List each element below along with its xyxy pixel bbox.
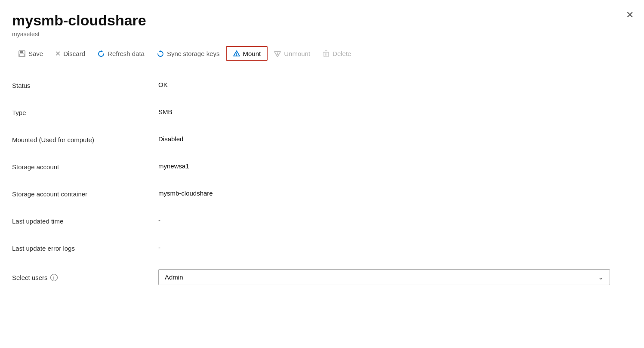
field-value-type: SMB — [158, 108, 173, 115]
select-users-dropdown[interactable]: Admin ⌄ — [158, 269, 610, 285]
delete-label: Delete — [333, 50, 351, 57]
main-panel: ✕ mysmb-cloudshare myasetest Save ✕ Disc… — [0, 0, 644, 348]
field-storage-account: Storage account mynewsa1 — [12, 153, 627, 180]
field-status: Status OK — [12, 71, 627, 99]
close-button[interactable]: ✕ — [626, 10, 634, 20]
field-mounted: Mounted (Used for compute) Disabled — [12, 126, 627, 153]
sync-button[interactable]: Sync storage keys — [151, 47, 226, 60]
refresh-button[interactable]: Refresh data — [91, 47, 151, 60]
select-users-label-container: Select users i — [12, 273, 158, 281]
save-button[interactable]: Save — [12, 47, 49, 60]
field-label-storage-account: Storage account — [12, 162, 158, 171]
unmount-button[interactable]: Unmount — [268, 47, 316, 60]
save-label: Save — [28, 50, 43, 57]
field-last-updated: Last updated time - — [12, 207, 627, 234]
field-type: Type SMB — [12, 99, 627, 126]
chevron-down-icon: ⌄ — [598, 273, 604, 281]
save-icon — [18, 49, 26, 58]
delete-icon — [322, 49, 330, 58]
field-error-logs: Last update error logs - — [12, 234, 627, 261]
discard-label: Discard — [63, 50, 85, 57]
field-value-status: OK — [158, 81, 168, 88]
delete-button[interactable]: Delete — [316, 47, 357, 60]
field-label-status: Status — [12, 81, 158, 89]
svg-rect-1 — [20, 51, 23, 53]
select-users-label: Select users — [12, 274, 48, 281]
mount-button[interactable]: Mount — [226, 46, 268, 61]
sync-label: Sync storage keys — [167, 50, 220, 57]
field-value-last-updated: - — [158, 217, 160, 224]
svg-point-8 — [277, 52, 278, 53]
svg-rect-9 — [324, 52, 328, 57]
select-users-value: Admin — [165, 273, 183, 281]
discard-button[interactable]: ✕ Discard — [49, 47, 91, 60]
toolbar: Save ✕ Discard Refresh data Sync st — [12, 46, 627, 67]
select-users-row: Select users i Admin ⌄ — [12, 261, 627, 293]
svg-point-5 — [236, 55, 237, 56]
field-value-error-logs: - — [158, 244, 160, 251]
refresh-label: Refresh data — [108, 50, 145, 57]
field-value-storage-account: mynewsa1 — [158, 162, 189, 170]
discard-icon: ✕ — [55, 50, 61, 58]
unmount-icon — [274, 49, 281, 58]
field-label-mounted: Mounted (Used for compute) — [12, 135, 158, 143]
field-value-mounted: Disabled — [158, 135, 183, 143]
sync-icon — [157, 49, 164, 58]
panel-title: mysmb-cloudshare — [12, 12, 627, 29]
field-label-error-logs: Last update error logs — [12, 244, 158, 252]
content-area: Status OK Type SMB Mounted (Used for com… — [12, 67, 627, 293]
field-storage-container: Storage account container mysmb-cloudsha… — [12, 180, 627, 207]
mount-label: Mount — [243, 50, 261, 57]
mount-icon — [233, 49, 240, 58]
unmount-label: Unmount — [284, 50, 310, 57]
panel-subtitle: myasetest — [12, 31, 627, 37]
svg-rect-2 — [20, 54, 24, 56]
field-label-storage-container: Storage account container — [12, 190, 158, 198]
field-label-last-updated: Last updated time — [12, 217, 158, 225]
field-label-type: Type — [12, 108, 158, 116]
info-icon: i — [50, 274, 58, 281]
refresh-icon — [97, 49, 105, 58]
field-value-storage-container: mysmb-cloudshare — [158, 190, 213, 197]
